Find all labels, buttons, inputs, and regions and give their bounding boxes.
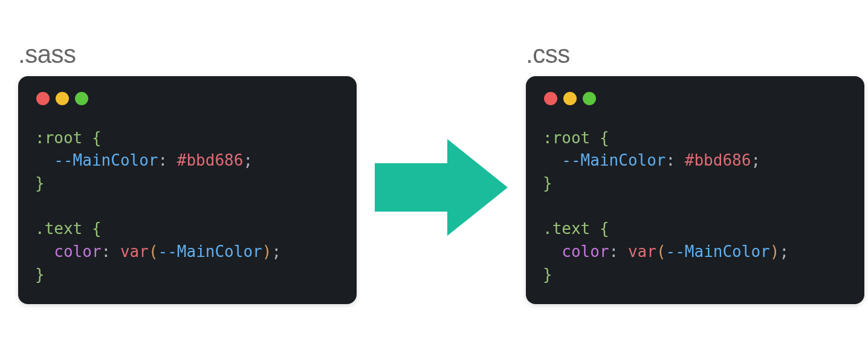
code-token — [35, 197, 45, 215]
code-token: { — [600, 129, 609, 147]
code-token: ) — [262, 242, 272, 261]
arrow-right-icon — [375, 139, 508, 236]
traffic-lights — [543, 88, 847, 105]
code-token: --MainColor — [562, 151, 666, 169]
right-panel-title: .css — [526, 40, 864, 69]
code-token: } — [543, 265, 552, 284]
close-icon — [544, 92, 557, 105]
code-token: .text — [35, 219, 92, 238]
code-token: --MainColor — [158, 242, 262, 261]
code-token: #bbd686 — [177, 151, 244, 169]
code-token: --MainColor — [666, 242, 770, 261]
code-token: .text — [543, 219, 600, 238]
code-token: #bbd686 — [685, 151, 751, 169]
code-token: { — [92, 219, 102, 238]
minimize-icon — [563, 92, 577, 105]
right-panel: .css :root { --MainColor: #bbd686; } .te… — [526, 40, 864, 305]
code-token: ; — [271, 242, 281, 261]
code-token: var — [120, 242, 149, 261]
comparison-container: .sass :root { --MainColor: #bbd686; } .t… — [18, 6, 850, 338]
code-token: ; — [779, 242, 789, 261]
right-code-window: :root { --MainColor: #bbd686; } .text { … — [526, 76, 864, 305]
code-token: color — [562, 242, 609, 261]
maximize-icon — [583, 92, 596, 105]
code-token — [543, 197, 552, 215]
code-token — [543, 151, 562, 169]
arrow-wrap — [375, 109, 508, 236]
code-token — [35, 242, 54, 261]
code-token: } — [543, 174, 552, 192]
code-token: --MainColor — [54, 151, 158, 169]
right-code-block: :root { --MainColor: #bbd686; } .text { … — [543, 127, 847, 287]
left-panel: .sass :root { --MainColor: #bbd686; } .t… — [18, 40, 357, 305]
code-token: { — [600, 219, 609, 238]
code-token: ; — [243, 151, 253, 169]
code-token: :root — [35, 129, 92, 147]
maximize-icon — [75, 92, 88, 105]
code-token: : — [666, 151, 685, 169]
minimize-icon — [56, 92, 69, 105]
code-token: ) — [770, 242, 780, 261]
code-token: : — [609, 242, 628, 261]
code-token: ( — [656, 242, 666, 261]
code-token: } — [35, 174, 45, 192]
code-token: { — [92, 129, 102, 147]
code-token: : — [102, 242, 120, 261]
code-token: : — [158, 151, 177, 169]
code-token: var — [628, 242, 656, 261]
traffic-lights — [35, 88, 340, 105]
code-token: } — [35, 265, 45, 284]
code-token: :root — [543, 129, 600, 147]
code-token — [543, 242, 562, 261]
code-token: color — [54, 242, 101, 261]
left-code-block: :root { --MainColor: #bbd686; } .text { … — [35, 127, 340, 287]
code-token: ; — [751, 151, 760, 169]
left-code-window: :root { --MainColor: #bbd686; } .text { … — [18, 76, 357, 305]
code-token — [35, 151, 54, 169]
close-icon — [36, 92, 50, 105]
left-panel-title: .sass — [18, 40, 357, 69]
code-token: ( — [149, 242, 158, 261]
arrow-shape — [375, 139, 508, 236]
